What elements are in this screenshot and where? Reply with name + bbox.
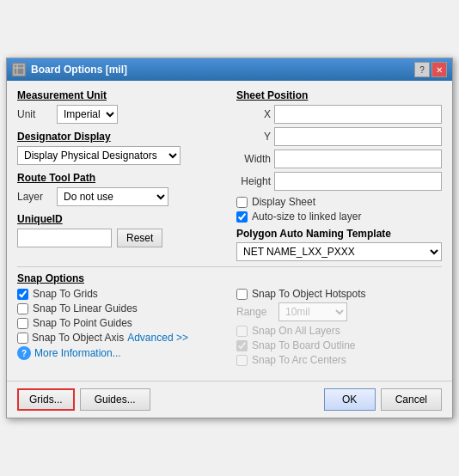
sheet-position-fields: X -501mil Y -501mil Width 15771.781mil H… [236,105,442,191]
designator-select[interactable]: Display Physical Designators Display Log… [17,146,181,165]
layer-select[interactable]: Do not use Any Layer [57,187,168,206]
divider-1 [17,266,442,267]
grids-button[interactable]: Grids... [17,388,75,411]
bottom-left-buttons: Grids... Guides... [17,388,150,411]
snap-hotspots-checkbox[interactable] [236,289,248,300]
board-options-dialog: Board Options [mil] ? ✕ Measurement Unit… [6,58,453,418]
snap-linear-label: Snap To Linear Guides [33,302,138,314]
y-label: Y [236,131,271,143]
measurement-section-title: Measurement Unit [17,89,223,101]
y-row: Y -501mil [236,127,442,146]
right-column: Sheet Position X -501mil Y -501mil Width… [236,89,442,261]
guides-button[interactable]: Guides... [80,388,150,411]
range-row: Range 10mil [236,302,442,321]
snap-hotspots-label: Snap To Object Hotspots [252,288,366,300]
snap-axis-label: Snap To Object Axis [32,332,124,344]
auto-size-label: Auto-size to linked layer [252,211,361,223]
svg-rect-0 [14,64,24,75]
snap-point-label: Snap To Point Guides [33,317,132,329]
snap-axis-checkbox[interactable] [17,333,28,344]
unit-label: Unit [17,108,52,120]
auto-size-row: Auto-size to linked layer [236,211,442,223]
height-input[interactable]: 15766.748mil [274,172,442,191]
advanced-link[interactable]: Advanced >> [127,332,188,344]
snap-all-layers-row: Snap On All Layers [236,325,442,337]
title-bar-left: Board Options [mil] [12,63,127,76]
main-columns: Measurement Unit Unit Imperial Metric De… [17,89,442,261]
info-icon: ? [17,346,31,360]
sheet-section-title: Sheet Position [236,89,442,101]
snap-axis-row: Snap To Object Axis Advanced >> [17,332,223,344]
unit-select[interactable]: Imperial Metric [57,105,118,124]
range-select[interactable]: 10mil [278,302,347,321]
snap-arc-row: Snap To Arc Centers [236,354,442,366]
polygon-select[interactable]: NET NAME_LXX_PXXX [236,242,442,261]
snap-grids-row: Snap To Grids [17,288,223,300]
uid-row: OEIQCEPJ Reset [17,229,223,247]
layer-row: Layer Do not use Any Layer [17,187,223,206]
bottom-right-buttons: OK Cancel [324,388,442,411]
snap-all-layers-checkbox[interactable] [236,326,248,337]
uid-input[interactable]: OEIQCEPJ [17,229,112,247]
width-input[interactable]: 15771.781mil [274,150,442,168]
snap-arc-checkbox[interactable] [236,355,248,366]
uid-section-title: UniqueID [17,213,223,225]
width-row: Width 15771.781mil [236,150,442,168]
snap-point-row: Snap To Point Guides [17,317,223,329]
width-label: Width [236,153,271,165]
snap-point-checkbox[interactable] [17,318,28,329]
snap-all-layers-label: Snap On All Layers [252,325,340,337]
display-sheet-checkbox[interactable] [236,197,248,208]
more-info-row: ? More Information... [17,346,223,360]
snap-options-section: Snap To Grids Snap To Linear Guides Snap… [17,288,442,369]
layer-label: Layer [17,191,52,203]
title-bar: Board Options [mil] ? ✕ [7,58,452,81]
more-info-link[interactable]: More Information... [34,347,121,359]
snap-grids-checkbox[interactable] [17,289,28,300]
snap-hotspots-row: Snap To Object Hotspots [236,288,442,300]
range-label: Range [236,306,275,318]
polygon-section: Polygon Auto Naming Template NET NAME_LX… [236,228,442,261]
polygon-label: Polygon Auto Naming Template [236,228,442,240]
bottom-buttons-bar: Grids... Guides... OK Cancel [7,381,452,418]
snap-grids-label: Snap To Grids [33,288,98,300]
x-input[interactable]: -501mil [274,105,442,124]
auto-size-checkbox[interactable] [236,211,248,223]
display-sheet-row: Display Sheet [236,196,442,208]
snap-board-label: Snap To Board Outline [252,339,356,351]
route-tool-section-title: Route Tool Path [17,172,223,184]
designator-row: Display Physical Designators Display Log… [17,146,223,165]
snap-arc-label: Snap To Arc Centers [252,354,346,366]
close-button[interactable]: ✕ [431,62,447,77]
height-row: Height 15766.748mil [236,172,442,191]
x-row: X -501mil [236,105,442,124]
dialog-content: Measurement Unit Unit Imperial Metric De… [7,81,452,381]
snap-section-title: Snap Options [17,272,442,284]
app-icon [12,63,26,76]
unit-row: Unit Imperial Metric [17,105,223,124]
snap-board-row: Snap To Board Outline [236,339,442,351]
snap-linear-checkbox[interactable] [17,303,28,314]
height-label: Height [236,175,271,187]
y-input[interactable]: -501mil [274,127,442,146]
ok-button[interactable]: OK [324,388,376,411]
snap-left: Snap To Grids Snap To Linear Guides Snap… [17,288,223,369]
title-buttons: ? ✕ [414,62,447,77]
left-column: Measurement Unit Unit Imperial Metric De… [17,89,223,261]
x-label: X [236,108,271,120]
display-sheet-label: Display Sheet [252,196,315,208]
designator-section-title: Designator Display [17,131,223,143]
snap-right: Snap To Object Hotspots Range 10mil Snap… [236,288,442,369]
help-button[interactable]: ? [414,62,430,77]
window-title: Board Options [mil] [31,64,127,76]
cancel-button[interactable]: Cancel [381,388,442,411]
reset-button[interactable]: Reset [117,229,162,247]
snap-linear-row: Snap To Linear Guides [17,302,223,314]
snap-board-checkbox[interactable] [236,340,248,351]
